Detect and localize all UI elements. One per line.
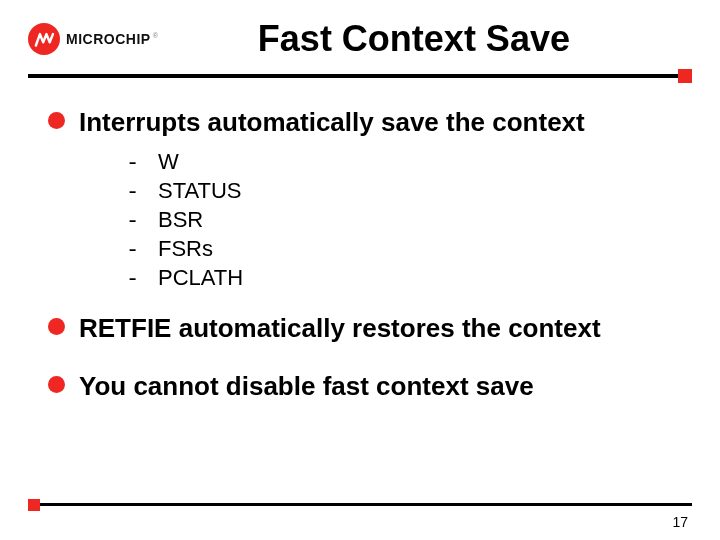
slide-title: Fast Context Save <box>176 18 692 60</box>
sublist: - W - STATUS - BSR - FSRs - PCLATH <box>48 145 692 312</box>
bullet-icon <box>48 318 65 335</box>
sub-text: PCLATH <box>158 265 243 291</box>
dash-icon: - <box>126 209 140 234</box>
logo: MICROCHIP® <box>28 23 158 55</box>
sub-item: - PCLATH <box>126 265 692 292</box>
sub-text: W <box>158 149 179 175</box>
sub-item: - FSRs <box>126 236 692 263</box>
sub-text: BSR <box>158 207 203 233</box>
logo-text: MICROCHIP® <box>66 30 158 48</box>
brand-name: MICROCHIP <box>66 31 151 47</box>
footer-rule <box>28 503 692 506</box>
bullet-item: RETFIE automatically restores the contex… <box>48 312 692 345</box>
dash-icon: - <box>126 180 140 205</box>
bullet-icon <box>48 112 65 129</box>
dash-icon: - <box>126 238 140 263</box>
bullet-text: Interrupts automatically save the contex… <box>79 106 585 139</box>
sub-text: FSRs <box>158 236 213 262</box>
content: Interrupts automatically save the contex… <box>28 78 692 403</box>
registered-mark: ® <box>153 32 158 39</box>
bullet-text: You cannot disable fast context save <box>79 370 534 403</box>
header-rule <box>28 74 692 78</box>
sub-text: STATUS <box>158 178 242 204</box>
microchip-logo-icon <box>28 23 60 55</box>
bullet-item: You cannot disable fast context save <box>48 370 692 403</box>
page-number: 17 <box>672 514 688 530</box>
header: MICROCHIP® Fast Context Save <box>28 18 692 60</box>
dash-icon: - <box>126 267 140 292</box>
dash-icon: - <box>126 151 140 176</box>
bullet-icon <box>48 376 65 393</box>
sub-item: - W <box>126 149 692 176</box>
sub-item: - BSR <box>126 207 692 234</box>
sub-item: - STATUS <box>126 178 692 205</box>
slide: MICROCHIP® Fast Context Save Interrupts … <box>0 0 720 540</box>
bullet-item: Interrupts automatically save the contex… <box>48 106 692 139</box>
bullet-text: RETFIE automatically restores the contex… <box>79 312 601 345</box>
